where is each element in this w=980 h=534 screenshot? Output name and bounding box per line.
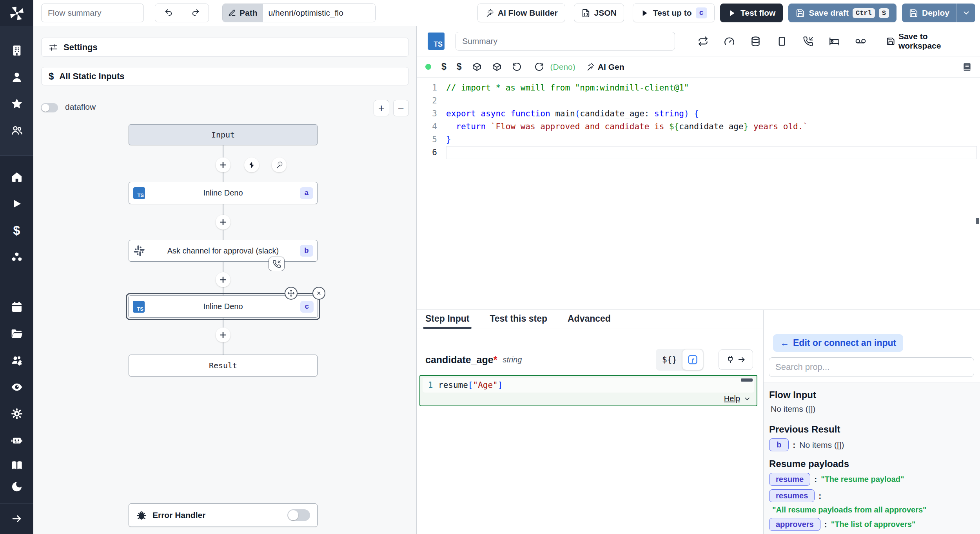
path-input[interactable] (263, 4, 375, 22)
suspend-approval-badge[interactable] (269, 257, 285, 271)
redo-button[interactable] (182, 4, 209, 22)
expression-editor[interactable]: 1 resume["Age"] Help (419, 375, 757, 406)
insert-step-button[interactable] (216, 157, 230, 172)
package-icon[interactable] (472, 62, 482, 72)
flow-summary-input[interactable] (41, 4, 144, 22)
flow-node-result[interactable]: Result (129, 355, 318, 377)
sidebar-item-users[interactable] (0, 117, 33, 144)
insert-step-button[interactable] (216, 215, 230, 230)
sidebar-item-runs[interactable] (0, 190, 33, 217)
flow-node-b[interactable]: Ask channel for approval (slack) b (129, 240, 318, 262)
runtime-label[interactable]: (Deno) (550, 62, 575, 72)
insert-step-button[interactable] (216, 272, 230, 287)
javascript-mode-button[interactable]: f (682, 349, 703, 370)
sidebar-bottom-section (0, 455, 33, 534)
flow-node-a[interactable]: TS Inline Deno a (129, 182, 318, 204)
trigger-button[interactable] (244, 157, 259, 172)
sidebar-item-docs[interactable] (0, 455, 33, 476)
reload-runtime-icon[interactable] (534, 62, 544, 72)
sidebar-item-workspace[interactable] (0, 37, 33, 64)
typescript-icon: TS (133, 301, 145, 313)
gauge-icon[interactable] (724, 36, 735, 47)
code-line[interactable]: 6 (417, 146, 980, 159)
sidebar-item-ai[interactable] (0, 427, 33, 454)
insert-step-button[interactable] (216, 328, 230, 342)
sidebar-item-theme-toggle[interactable] (0, 476, 33, 498)
zoom-out-button[interactable]: − (393, 100, 409, 116)
save-to-workspace-button[interactable]: Save to workspace (886, 32, 971, 51)
move-step-button[interactable] (285, 287, 298, 300)
sidebar-item-groups[interactable] (0, 347, 33, 374)
expression-line[interactable]: 1 resume["Age"] (423, 378, 754, 393)
ai-flow-builder-button[interactable]: AI Flow Builder (477, 4, 565, 22)
test-flow-button[interactable]: Test flow (720, 4, 783, 22)
error-handler-toggle[interactable] (287, 509, 310, 521)
sidebar-item-schedules[interactable] (0, 294, 33, 320)
plus-icon (219, 331, 227, 339)
windmill-logo-icon (8, 5, 25, 22)
star-icon (11, 98, 23, 110)
sleep-bed-icon[interactable] (829, 36, 840, 47)
windmill-logo[interactable] (0, 0, 33, 26)
cache-database-icon[interactable] (750, 36, 761, 47)
sidebar-item-variables[interactable]: $ (0, 217, 33, 244)
connect-input-button[interactable] (719, 349, 753, 370)
sidebar-item-folders[interactable] (0, 320, 33, 347)
deploy-split-button: Deploy (902, 4, 975, 22)
delete-step-button[interactable] (312, 287, 325, 300)
prop-badge-approvers[interactable]: approvers (769, 518, 820, 531)
tab-test-this-step[interactable]: Test this step (490, 313, 547, 328)
sidebar-item-user[interactable] (0, 64, 33, 91)
template-mode-button[interactable]: ${} (657, 355, 682, 364)
flow-node-input[interactable]: Input (129, 124, 318, 145)
sidebar-item-home[interactable] (0, 164, 33, 190)
ai-gen-button[interactable]: AI Gen (586, 62, 624, 72)
library-icon[interactable] (962, 62, 972, 72)
deploy-button[interactable]: Deploy (902, 4, 956, 22)
sidebar-item-resources[interactable] (0, 244, 33, 270)
deploy-dropdown-button[interactable] (956, 4, 975, 22)
suspend-phone-icon[interactable] (803, 36, 813, 47)
prop-badge-b[interactable]: b (769, 438, 789, 451)
sidebar-item-favorites[interactable] (0, 91, 33, 117)
code-line[interactable]: 1// import * as wmill from "npm:windmill… (417, 81, 980, 94)
chevron-down-icon[interactable] (743, 395, 751, 403)
error-handler-bar[interactable]: Error Handler (129, 503, 318, 527)
resource-picker-button[interactable]: $ (457, 62, 462, 72)
edit-or-connect-button[interactable]: ← Edit or connect an input (773, 334, 903, 352)
book-icon (11, 459, 23, 472)
prop-badge-resume[interactable]: resume (769, 473, 810, 486)
expression-scrollbar[interactable] (741, 378, 753, 382)
tab-advanced[interactable]: Advanced (568, 313, 611, 328)
zoom-in-button[interactable]: + (374, 100, 389, 116)
voicemail-icon[interactable] (855, 36, 866, 47)
reset-code-icon[interactable] (512, 62, 522, 72)
path-label[interactable]: Path (223, 4, 263, 22)
variable-picker-button[interactable]: $ (441, 62, 446, 72)
json-button[interactable]: JSON (574, 4, 624, 22)
code-line[interactable]: 4 return `Flow was approved and candidat… (417, 120, 980, 133)
sidebar-item-workers[interactable] (0, 400, 33, 427)
boxes-icon (11, 251, 23, 263)
help-link[interactable]: Help (724, 394, 740, 403)
prop-badge-resumes[interactable]: resumes (769, 489, 815, 502)
chevron-down-icon (962, 9, 971, 17)
search-prop-input[interactable] (769, 357, 974, 377)
undo-button[interactable] (155, 4, 182, 22)
tab-step-input[interactable]: Step Input (425, 313, 469, 328)
mock-square-icon[interactable] (777, 36, 787, 47)
save-draft-button[interactable]: Save draft Ctrl S (788, 4, 897, 22)
code-line[interactable]: 3export async function main(candidate_ag… (417, 107, 980, 120)
package-icon[interactable] (492, 62, 502, 72)
save-icon (886, 37, 895, 46)
ai-insert-button[interactable] (272, 157, 287, 172)
code-editor[interactable]: 1// import * as wmill from "npm:windmill… (417, 78, 980, 309)
code-line[interactable]: 2 (417, 94, 980, 107)
test-up-to-button[interactable]: Test up to c (633, 4, 715, 22)
dataflow-toggle[interactable] (41, 103, 58, 112)
retry-icon[interactable] (698, 36, 708, 47)
code-line[interactable]: 5} (417, 133, 980, 146)
step-summary-input[interactable] (456, 32, 675, 51)
sidebar-expand-button[interactable] (0, 503, 33, 534)
sidebar-item-audit-logs[interactable] (0, 374, 33, 400)
